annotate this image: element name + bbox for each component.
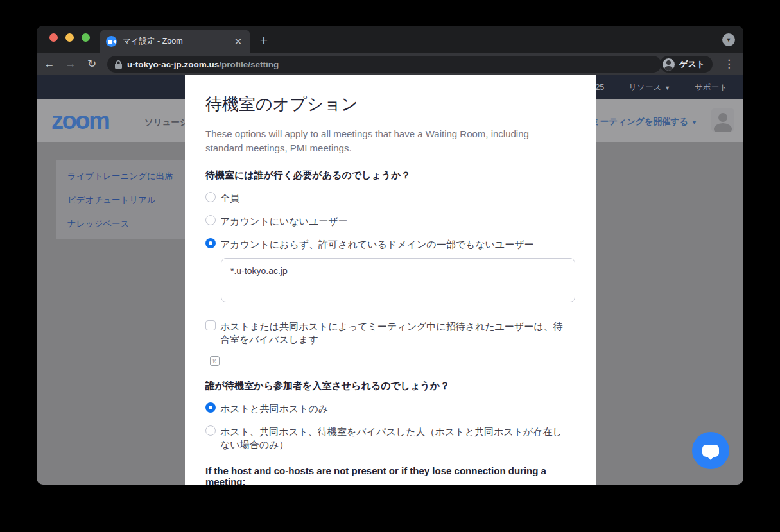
close-window-button[interactable]	[49, 33, 58, 42]
help-links-panel: ライブトレーニングに出席 ビデオチュートリアル ナレッジベース	[56, 160, 185, 239]
question-host-not-present: If the host and co-hosts are not present…	[205, 465, 575, 485]
checkbox-bypass-waiting-room[interactable]: ホストまたは共同ホストによってミーティング中に招待されたユーザーは、待合室をバイ…	[205, 320, 575, 346]
radio-icon[interactable]	[205, 425, 216, 436]
nav-solutions-clipped[interactable]: ソリューション	[144, 116, 185, 128]
radio-option-host-cohost-only[interactable]: ホストと共同ホストのみ	[205, 402, 575, 415]
chat-support-button[interactable]	[692, 432, 729, 469]
tab-close-icon[interactable]: ✕	[232, 36, 244, 47]
window-controls	[49, 33, 90, 42]
radio-icon[interactable]	[205, 192, 216, 202]
zoom-favicon-icon	[106, 36, 117, 47]
download-caret-icon: ▼	[726, 37, 732, 43]
question-who-goes-to-waiting-room: 待機室には誰が行く必要があるのでしょうか？	[205, 169, 575, 182]
radio-option-users-not-in-account[interactable]: アカウントにいないユーザー	[205, 215, 575, 228]
tab-title: マイ設定 - Zoom	[123, 36, 232, 47]
back-button[interactable]: ←	[41, 56, 58, 73]
chevron-down-icon: ▼	[664, 85, 670, 91]
radio-option-users-not-in-allowed-domains[interactable]: アカウントにおらず、許可されているドメインの一部でもないユーザー	[205, 238, 575, 251]
reload-button[interactable]: ↻	[83, 56, 100, 73]
modal-title: 待機室のオプション	[205, 93, 575, 116]
tab-strip: マイ設定 - Zoom ✕ + ▼	[37, 26, 743, 53]
forward-button[interactable]: →	[62, 56, 79, 73]
lock-icon	[115, 60, 122, 69]
guest-label: ゲスト	[679, 58, 705, 70]
account-avatar[interactable]	[711, 108, 734, 132]
browser-toolbar: ← → ↻ u-tokyo-ac-jp.zoom.us/profile/sett…	[37, 53, 743, 75]
browser-update-button[interactable]: ▼	[722, 33, 735, 46]
minimize-window-button[interactable]	[65, 33, 74, 42]
browser-tab[interactable]: マイ設定 - Zoom ✕	[100, 30, 250, 53]
browser-window: マイ設定 - Zoom ✕ + ▼ ← → ↻ u-tokyo-ac-jp.zo…	[37, 26, 743, 485]
resources-menu[interactable]: リソース▼	[628, 82, 670, 93]
link-knowledge-base[interactable]: ナレッジベース	[67, 218, 129, 230]
desktop-background: マイ設定 - Zoom ✕ + ▼ ← → ↻ u-tokyo-ac-jp.zo…	[0, 0, 780, 532]
checkbox-icon[interactable]	[205, 320, 216, 330]
waiting-room-options-modal: 待機室のオプション These options will apply to al…	[185, 75, 596, 485]
url-path: /profile/setting	[219, 60, 279, 69]
url-host: u-tokyo-ac-jp.zoom.us	[127, 60, 219, 69]
host-meeting-menu[interactable]: ミーティングを開催する▼	[591, 116, 697, 128]
radio-option-everyone[interactable]: 全員	[205, 192, 575, 205]
address-bar[interactable]: u-tokyo-ac-jp.zoom.us/profile/setting	[107, 56, 661, 73]
guest-avatar-icon	[663, 58, 675, 71]
question-who-can-admit: 誰が待機室から参加者を入室させられるのでしょうか？	[205, 380, 575, 392]
radio-selected-icon[interactable]	[205, 238, 216, 248]
chat-bubble-icon	[702, 445, 719, 457]
broken-image-icon: v.	[210, 356, 220, 366]
radio-selected-icon[interactable]	[205, 402, 216, 413]
support-link[interactable]: サポート	[695, 82, 727, 93]
zoom-logo[interactable]: zoom	[51, 107, 108, 135]
browser-menu-icon[interactable]: ⋮	[724, 56, 734, 72]
profile-guest-button[interactable]: ゲスト	[660, 56, 713, 73]
radio-option-host-cohost-bypass[interactable]: ホスト、共同ホスト、待機室をバイパスした人（ホストと共同ホストが存在しない場合の…	[205, 425, 575, 451]
link-video-tutorials[interactable]: ビデオチュートリアル	[67, 194, 156, 206]
fullscreen-window-button[interactable]	[82, 33, 90, 42]
chevron-down-icon: ▼	[691, 119, 697, 126]
new-tab-button[interactable]: +	[255, 32, 273, 50]
modal-description: These options will apply to all meetings…	[205, 127, 546, 155]
link-live-training[interactable]: ライブトレーニングに出席	[67, 171, 173, 182]
radio-icon[interactable]	[205, 215, 216, 225]
zoom-settings-page-dimmed: 88.799.0125 リソース▼ サポート zoom ソリューション ミーティ…	[37, 75, 743, 485]
allowed-domains-textarea[interactable]: *.u-tokyo.ac.jp	[221, 258, 575, 302]
